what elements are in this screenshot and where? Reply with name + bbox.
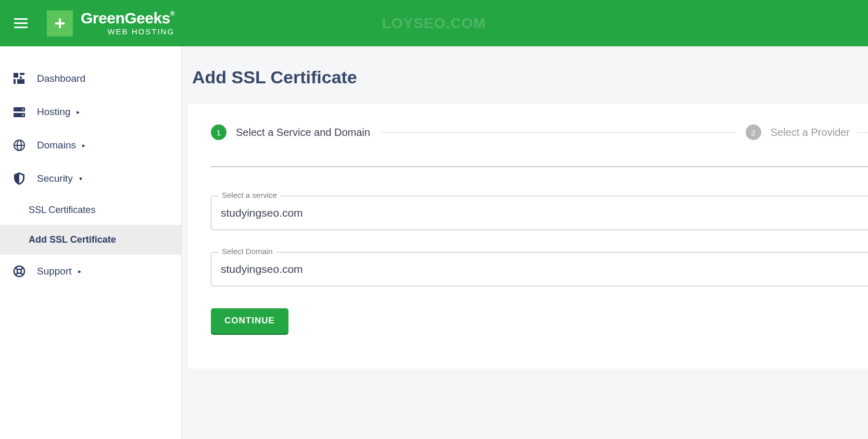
domain-field: Select Domain: [211, 252, 868, 286]
sidebar: Dashboard Hosting ▸ Domains ▸ Security ▾…: [0, 46, 182, 439]
chevron-right-icon: ▸: [78, 268, 81, 275]
globe-icon: [13, 139, 26, 152]
step-connector: [381, 132, 735, 133]
sidebar-item-label: Security: [37, 173, 73, 184]
continue-button[interactable]: CONTINUE: [211, 308, 288, 335]
sidebar-item-dashboard[interactable]: Dashboard: [0, 62, 181, 95]
sidebar-subitem-add-ssl-certificate[interactable]: Add SSL Certificate: [0, 225, 181, 255]
header: + GreenGeeks® WEB HOSTING LOYSEO.COM: [0, 0, 868, 46]
sidebar-item-label: Hosting: [37, 106, 70, 118]
svg-line-14: [16, 268, 18, 270]
chevron-right-icon: ▸: [77, 108, 80, 116]
service-field: Select a service: [211, 196, 868, 230]
sidebar-subitem-label: Add SSL Certificate: [29, 234, 116, 245]
sidebar-subitem-label: SSL Certificates: [29, 205, 95, 215]
svg-line-16: [21, 268, 23, 270]
form-area: Select a service Select Domain CONTINUE: [211, 166, 868, 335]
logo-sub-text: WEB HOSTING: [81, 27, 174, 36]
step-2-circle: 2: [746, 124, 761, 140]
svg-rect-1: [20, 73, 24, 75]
card: 1 Select a Service and Domain 2 Select a…: [187, 103, 868, 369]
domain-field-label: Select Domain: [219, 247, 276, 256]
sidebar-item-security[interactable]: Security ▾: [0, 162, 181, 195]
sidebar-item-label: Domains: [37, 140, 76, 151]
sidebar-subitem-ssl-certificates[interactable]: SSL Certificates: [0, 195, 181, 225]
svg-point-8: [22, 115, 24, 116]
sidebar-item-label: Dashboard: [37, 73, 85, 84]
sidebar-item-hosting[interactable]: Hosting ▸: [0, 95, 181, 129]
plus-icon: +: [54, 14, 65, 33]
shield-icon: [13, 172, 26, 185]
stepper: 1 Select a Service and Domain 2 Select a…: [211, 124, 868, 140]
step-1-circle: 1: [211, 124, 227, 140]
svg-rect-0: [14, 73, 18, 78]
step-2-label: Select a Provider: [771, 127, 850, 139]
sidebar-item-label: Support: [37, 266, 72, 277]
logo-badge: +: [47, 10, 73, 36]
sidebar-item-domains[interactable]: Domains ▸: [0, 129, 181, 162]
svg-rect-3: [14, 79, 16, 84]
svg-point-13: [17, 269, 21, 273]
page-title: Add SSL Certificate: [187, 67, 868, 87]
server-icon: [13, 106, 26, 118]
logo[interactable]: + GreenGeeks® WEB HOSTING: [47, 10, 174, 36]
watermark: LOYSEO.COM: [382, 15, 486, 32]
sidebar-item-support[interactable]: Support ▸: [0, 255, 181, 288]
dashboard-icon: [13, 72, 26, 85]
svg-rect-4: [17, 79, 24, 84]
svg-line-17: [16, 273, 18, 275]
main-content: Add SSL Certificate 1 Select a Service a…: [182, 46, 868, 439]
step-connector: [858, 132, 868, 133]
service-field-label: Select a service: [219, 191, 280, 199]
hamburger-menu-button[interactable]: [10, 13, 31, 34]
step-1-label: Select a Service and Domain: [236, 127, 370, 139]
svg-line-15: [21, 273, 23, 275]
lifebuoy-icon: [13, 265, 26, 278]
chevron-right-icon: ▸: [82, 142, 85, 149]
step-2: 2 Select a Provider: [746, 124, 850, 140]
step-1: 1 Select a Service and Domain: [211, 124, 370, 140]
chevron-down-icon: ▾: [79, 175, 82, 182]
service-select-input[interactable]: [211, 196, 868, 230]
logo-main-text: GreenGeeks: [81, 9, 170, 27]
svg-rect-2: [20, 77, 22, 79]
domain-select-input[interactable]: [211, 252, 868, 286]
svg-point-7: [22, 109, 24, 110]
logo-text: GreenGeeks® WEB HOSTING: [81, 10, 174, 36]
